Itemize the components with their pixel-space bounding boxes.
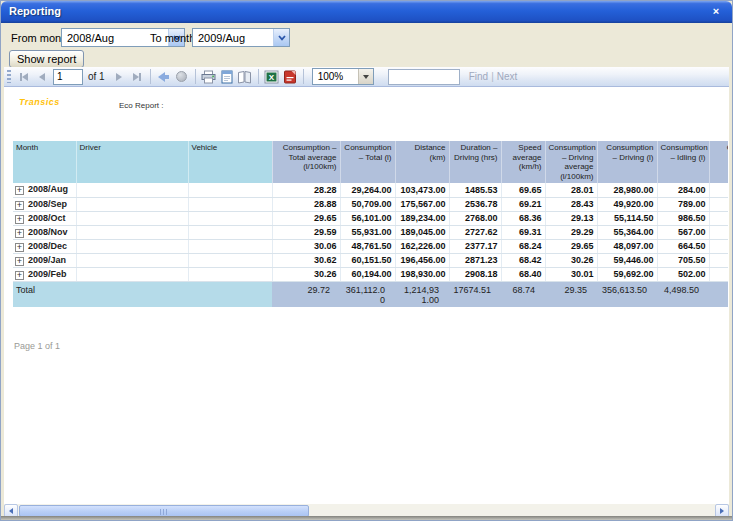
column-header: Consumption – Idling (l)	[657, 141, 709, 183]
next-page-icon[interactable]	[111, 68, 127, 85]
previous-page-icon[interactable]	[34, 68, 50, 85]
first-page-icon[interactable]	[16, 68, 32, 85]
value-cell: 29,264.00	[340, 183, 395, 197]
total-label-cell	[188, 281, 272, 307]
chevron-down-icon[interactable]	[358, 69, 373, 84]
text-cell	[76, 239, 188, 253]
expand-plus-icon[interactable]: +	[15, 271, 24, 280]
text-cell	[188, 183, 272, 197]
reporting-window: Reporting × From month: 2008/Aug To mont…	[0, 0, 733, 521]
value-cell: 2536.78	[449, 197, 501, 211]
total-value-cell: 29.35	[545, 281, 597, 307]
month-cell: +2009/Jan	[13, 253, 76, 267]
value-cell: 29.29	[545, 225, 597, 239]
toolbar-separator	[258, 69, 259, 84]
eco-report-table-wrap: MonthDriverVehicleConsumption – Total av…	[13, 141, 728, 307]
page-number-input[interactable]	[53, 69, 83, 85]
last-page-icon[interactable]	[129, 68, 145, 85]
month-cell: +2008/Oct	[13, 211, 76, 225]
to-month-select[interactable]: 2009/Aug	[192, 28, 290, 47]
value-cell: 55,364.00	[597, 225, 657, 239]
text-cell	[188, 211, 272, 225]
value-cell	[709, 211, 728, 225]
find-link[interactable]: Find	[469, 71, 488, 82]
report-title: Eco Report :	[119, 101, 163, 110]
to-month-value: 2009/Aug	[193, 29, 273, 46]
column-header: Speed average (km/h)	[501, 141, 545, 183]
month-label: 2008/Dec	[28, 241, 67, 251]
month-label: 2009/Feb	[28, 269, 67, 279]
value-cell: 1485.53	[449, 183, 501, 197]
table-header-row: MonthDriverVehicleConsumption – Total av…	[13, 141, 728, 183]
toolbar-separator	[150, 69, 151, 84]
value-cell: 30.62	[272, 253, 340, 267]
value-cell: 664.50	[657, 239, 709, 253]
column-header: Distance (km)	[395, 141, 449, 183]
value-cell: 69.31	[501, 225, 545, 239]
expand-plus-icon[interactable]: +	[15, 257, 24, 266]
value-cell: 284.00	[657, 183, 709, 197]
value-cell: 60,151.50	[340, 253, 395, 267]
month-cell: +2008/Sep	[13, 197, 76, 211]
table-row: +2009/Feb30.2660,194.00198,930.002908.18…	[13, 267, 728, 281]
text-cell	[76, 183, 188, 197]
value-cell: 48,097.00	[597, 239, 657, 253]
zoom-value: 100%	[313, 69, 358, 84]
value-cell: 29.13	[545, 211, 597, 225]
value-cell: 502.00	[657, 267, 709, 281]
value-cell: 29.59	[272, 225, 340, 239]
text-cell	[76, 211, 188, 225]
value-cell: 68.36	[501, 211, 545, 225]
chevron-down-icon[interactable]	[273, 29, 289, 46]
expand-plus-icon[interactable]: +	[15, 243, 24, 252]
expand-plus-icon[interactable]: +	[15, 229, 24, 238]
export-pdf-icon[interactable]	[282, 68, 298, 85]
expand-plus-icon[interactable]: +	[15, 201, 24, 210]
value-cell	[709, 267, 728, 281]
title-bar: Reporting ×	[1, 1, 732, 23]
column-header: Consumption – Driving average (l/100km)	[545, 141, 597, 183]
stop-rendering-icon[interactable]	[174, 68, 190, 85]
text-cell	[188, 253, 272, 267]
transics-logo: Transics	[19, 97, 60, 107]
value-cell: 28.01	[545, 183, 597, 197]
expand-plus-icon[interactable]: +	[15, 186, 24, 195]
expand-plus-icon[interactable]: +	[15, 215, 24, 224]
column-header: Month	[13, 141, 76, 183]
find-text-input[interactable]	[388, 69, 460, 85]
page-setup-icon[interactable]	[237, 68, 253, 85]
back-to-parent-icon[interactable]	[156, 68, 172, 85]
value-cell: 2871.23	[449, 253, 501, 267]
close-icon[interactable]: ×	[708, 4, 724, 19]
value-cell: 69.21	[501, 197, 545, 211]
export-excel-icon[interactable]: X	[264, 68, 280, 85]
table-row: +2009/Jan30.6260,151.50196,456.002871.23…	[13, 253, 728, 267]
value-cell	[709, 253, 728, 267]
value-cell: 28.43	[545, 197, 597, 211]
value-cell: 29.65	[545, 239, 597, 253]
value-cell: 60,194.00	[340, 267, 395, 281]
value-cell: 986.50	[657, 211, 709, 225]
value-cell: 567.00	[657, 225, 709, 239]
value-cell: 162,226.00	[395, 239, 449, 253]
column-header: Consumption – Driving (l)	[597, 141, 657, 183]
value-cell: 49,920.00	[597, 197, 657, 211]
text-cell	[188, 267, 272, 281]
text-cell	[76, 225, 188, 239]
total-label-cell: Total	[13, 281, 76, 307]
table-body: +2008/Aug28.2829,264.00103,473.001485.53…	[13, 183, 728, 307]
month-cell: +2008/Dec	[13, 239, 76, 253]
month-cell: +2008/Aug	[13, 183, 76, 197]
total-value-cell: 356,613.50	[597, 281, 657, 307]
month-cell: +2009/Feb	[13, 267, 76, 281]
toolbar-grip-handle[interactable]	[7, 70, 11, 83]
svg-text:X: X	[269, 73, 275, 82]
value-cell	[709, 197, 728, 211]
print-layout-icon[interactable]	[219, 68, 235, 85]
report-toolbar: of 1	[4, 67, 729, 87]
show-report-button[interactable]: Show report	[9, 50, 84, 68]
column-header: Consumption – Total (l)	[340, 141, 395, 183]
print-icon[interactable]	[201, 68, 217, 85]
find-next-link[interactable]: Next	[497, 71, 518, 82]
zoom-select[interactable]: 100%	[312, 68, 374, 85]
